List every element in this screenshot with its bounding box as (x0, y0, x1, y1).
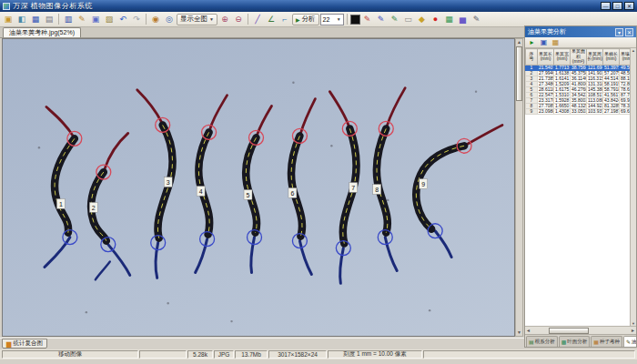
stop-icon[interactable]: ● (430, 13, 442, 25)
print-icon[interactable]: ▤ (43, 13, 56, 25)
value-cell: 58.7918 (603, 86, 620, 92)
paste-icon[interactable]: ▨ (103, 13, 116, 25)
table-row[interactable]: 227.99461.613845.3758141.903257.207548.5… (526, 70, 631, 76)
value-cell: 21.7385 (538, 76, 554, 81)
zoom-in-icon[interactable]: ⊕ (218, 13, 231, 25)
pen-blue-icon[interactable]: ✎ (375, 13, 388, 25)
panel-tab-根系分析[interactable]: ▤根系分析 (526, 336, 558, 347)
dust-speck (387, 199, 389, 201)
value-cell: 23.0988 (538, 108, 554, 114)
table-row[interactable]: 923.09881.430833.0503103.937027.198769.6… (526, 108, 631, 114)
value-cell: 1.6175 (554, 86, 571, 92)
pencil-icon[interactable]: ✎ (76, 13, 88, 25)
zoom-icon[interactable]: ◎ (163, 13, 176, 25)
table-horizontal-scrollbar[interactable]: ◄ ► (525, 326, 636, 334)
column-header[interactable]: 果荚长(mm) (538, 49, 554, 66)
scroll-right-icon[interactable]: ► (630, 328, 636, 333)
column-header[interactable]: 果荚周长(mm) (587, 49, 603, 66)
value-cell: 1.6141 (554, 76, 571, 81)
column-header[interactable]: 果喙长(mm) (620, 49, 631, 66)
copy-data-icon[interactable]: ▣ (539, 37, 549, 47)
panel-tab-油菜果荚分析[interactable]: ✎油菜果荚分析 (623, 336, 636, 347)
undo-icon[interactable]: ↶ (116, 13, 129, 25)
save-icon[interactable]: ▦ (29, 13, 42, 25)
scroll-left-icon[interactable]: ◄ (525, 328, 531, 333)
zoom-out-icon[interactable]: ⊖ (232, 13, 245, 25)
status-cell: 3017×1582×24 (268, 350, 327, 359)
value-cell: 45.3758 (571, 70, 587, 76)
stats-figure-tab[interactable]: ▆ 统计复合图 (2, 339, 47, 349)
status-cell: 13.7Mb (235, 350, 268, 359)
document-tab[interactable]: 油菜果荚考种.jpg(52%) (3, 27, 81, 37)
panel-tab-叶面分析[interactable]: ▩叶面分析 (559, 336, 591, 347)
table-row[interactable]: 321.73851.614136.1146116.315944.514188.1… (526, 76, 631, 81)
pod-label: 9 (421, 181, 425, 187)
table-row[interactable]: 827.70851.665048.1325144.923781.328578.3… (526, 103, 631, 108)
column-header[interactable]: 果荚宽(mm) (554, 49, 571, 66)
image-icon[interactable]: ▦ (443, 13, 456, 25)
table-row[interactable]: 723.31781.592835.8003113.088943.842469.9… (526, 97, 631, 103)
panel-close-button[interactable]: ✕ (625, 28, 633, 36)
document-tab-strip: 油菜果荚考种.jpg(52%) (0, 27, 524, 38)
table-row[interactable]: 528.61181.617546.2760145.388558.791878.6… (526, 86, 631, 92)
value-cell: 113.0889 (587, 97, 603, 103)
value-cell: 21.5407 (538, 65, 554, 70)
scrollbar-thumb[interactable] (516, 46, 522, 101)
save-as-icon[interactable]: ▥ (62, 13, 75, 25)
dust-speck (475, 90, 477, 92)
pod-beak-trace (387, 88, 405, 126)
scroll-up-icon[interactable]: ▲ (632, 48, 635, 53)
vertical-scrollbar[interactable]: ▲ ▼ (515, 38, 523, 337)
color-swatch-black[interactable] (350, 15, 360, 25)
open-icon[interactable]: ▣ (2, 13, 15, 25)
scroll-down-icon[interactable]: ▼ (517, 329, 521, 336)
camera-icon[interactable]: ◧ (15, 13, 28, 25)
image-canvas[interactable]: 123456789 (2, 38, 515, 337)
value-cell: 22.5475 (538, 92, 554, 97)
ruler-icon[interactable]: ╱ (251, 13, 264, 25)
export-data-icon[interactable]: ▦ (551, 37, 561, 47)
table-row[interactable]: 622.54751.531034.5423108.517741.561787.7… (526, 92, 631, 97)
chart-icon[interactable]: ▅ (457, 13, 470, 25)
dust-speck (38, 147, 40, 148)
pod-label: 1 (59, 201, 63, 207)
pod-body (291, 136, 302, 236)
scroll-up-icon[interactable]: ▲ (517, 39, 521, 46)
value-cell: 141.9032 (587, 70, 603, 76)
column-header[interactable]: 序号 (526, 49, 538, 66)
scrollbar-thumb[interactable] (549, 328, 588, 334)
title-bar: 万深 植物图像分析系统 — □ ✕ (0, 0, 637, 12)
copy-icon[interactable]: ▣ (89, 13, 102, 25)
table-vertical-scrollbar[interactable]: ▲ ▼ (630, 48, 636, 326)
column-header[interactable]: 果荚面积(mm²) (571, 49, 587, 66)
run-analysis-icon[interactable]: ▸ (527, 37, 537, 47)
dust-speck (429, 309, 430, 311)
annotate-icon[interactable]: ✎ (470, 13, 483, 25)
redo-icon[interactable]: ↷ (130, 13, 143, 25)
pen-green-icon[interactable]: ✎ (389, 13, 401, 25)
dust-speck (330, 145, 332, 147)
pod-specimen: 2 (89, 133, 129, 279)
marker-icon[interactable]: ◆ (416, 13, 429, 25)
pod-beak-trace (210, 96, 228, 130)
pen-red-icon[interactable]: ✎ (361, 13, 374, 25)
column-header[interactable]: 果柄长(mm) (603, 49, 620, 66)
count-dropdown[interactable]: 22▼ (320, 14, 344, 25)
angle-icon[interactable]: ∠ (265, 13, 278, 25)
value-cell: 58.1919 (603, 81, 620, 86)
hand-icon[interactable]: ◉ (149, 13, 162, 25)
pod-specimen: 1 (45, 107, 82, 268)
analyze-button[interactable]: ▶分析 (292, 14, 319, 25)
panel-menu-button[interactable]: ▾ (615, 28, 623, 36)
minimize-button[interactable]: — (601, 2, 611, 10)
panel-tab-种子考种[interactable]: ▦种子考种 (591, 336, 622, 347)
table-row[interactable]: 427.34861.520941.8000131.318558.191972.8… (526, 81, 631, 86)
value-cell: 108.5177 (587, 92, 603, 97)
show-full-image-button[interactable]: 显示全图▼ (177, 14, 217, 25)
close-button[interactable]: ✕ (624, 2, 634, 10)
polyline-icon[interactable]: ⌐ (278, 13, 291, 25)
maximize-button[interactable]: □ (612, 2, 622, 10)
eraser-icon[interactable]: ▭ (402, 13, 415, 25)
dust-speck (292, 82, 294, 84)
table-row[interactable]: 121.54071.771338.7560121.696851.397549.5… (526, 65, 631, 70)
